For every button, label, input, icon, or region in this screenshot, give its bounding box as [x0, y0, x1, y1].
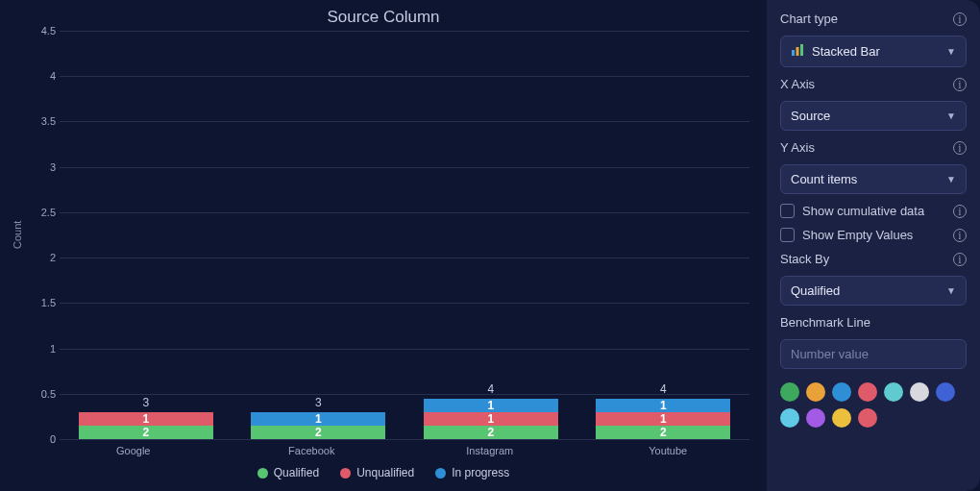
chart-area: Source Column Count 00.511.522.533.544.5… — [0, 0, 767, 491]
y-axis-value: Count items — [791, 172, 857, 186]
benchmark-input[interactable] — [780, 339, 967, 369]
stacked-bar: 21 — [251, 412, 385, 439]
y-axis-label: Count — [10, 31, 25, 439]
stack-by-value: Qualified — [791, 283, 840, 298]
y-tick: 0 — [29, 433, 56, 445]
legend-swatch — [435, 468, 446, 479]
benchmark-label: Benchmark Line — [780, 315, 967, 330]
bar-segment: 2 — [251, 426, 385, 439]
bar-segment: 2 — [596, 426, 730, 439]
bar-segment: 1 — [251, 412, 385, 426]
chevron-down-icon: ▼ — [946, 285, 956, 296]
bar-total-label: 4 — [660, 382, 667, 396]
info-icon[interactable]: i — [953, 229, 967, 242]
bar-column: 321 — [60, 396, 233, 439]
legend-label: Unqualified — [356, 466, 414, 479]
y-tick: 4.5 — [29, 25, 56, 37]
bar-chart-icon — [791, 43, 804, 60]
bar-column: 4211 — [577, 382, 750, 439]
bar-total-label: 4 — [487, 382, 494, 396]
stack-by-label: Stack By — [780, 252, 829, 266]
x-axis-ticks: GoogleFacebookInstagramYoutube — [44, 445, 757, 456]
chevron-down-icon: ▼ — [946, 174, 956, 184]
x-tick: Google — [44, 445, 223, 456]
y-tick: 4 — [29, 70, 56, 82]
chevron-down-icon: ▼ — [946, 110, 956, 121]
bar-segment: 2 — [79, 426, 213, 439]
bar-segment: 1 — [424, 412, 558, 426]
color-swatch[interactable] — [832, 382, 851, 402]
legend-swatch — [257, 468, 268, 479]
chart-title: Source Column — [10, 8, 757, 27]
show-empty-label: Show Empty Values — [802, 228, 913, 242]
x-axis-value: Source — [791, 109, 830, 123]
x-tick: Facebook — [223, 445, 402, 456]
bar-column: 321 — [233, 396, 405, 439]
bar-segment: 1 — [596, 412, 730, 426]
color-swatch[interactable] — [884, 382, 903, 402]
bar-segment: 1 — [424, 399, 558, 412]
bar-total-label: 3 — [142, 396, 149, 409]
bar-column: 4211 — [404, 382, 577, 439]
show-empty-checkbox[interactable] — [780, 228, 795, 242]
x-axis-select[interactable]: Source ▼ — [780, 101, 967, 131]
stacked-bar: 211 — [596, 399, 730, 439]
bar-total-label: 3 — [315, 396, 322, 409]
color-swatch[interactable] — [780, 408, 799, 428]
chart-type-select[interactable]: Stacked Bar ▼ — [780, 36, 967, 67]
chart-type-value: Stacked Bar — [812, 44, 880, 59]
color-swatch[interactable] — [858, 382, 877, 402]
legend-label: Qualified — [274, 466, 319, 479]
bar-segment: 1 — [596, 399, 730, 412]
x-axis-label: X Axis — [780, 77, 815, 91]
y-tick: 3.5 — [29, 115, 56, 127]
y-axis-label-side: Y Axis — [780, 140, 815, 155]
x-tick: Instagram — [401, 445, 579, 456]
info-icon[interactable]: i — [953, 253, 967, 266]
info-icon[interactable]: i — [953, 205, 967, 218]
color-swatch[interactable] — [832, 408, 851, 428]
legend-label: In progress — [452, 466, 509, 479]
bars-row: 32132142114211 — [60, 31, 749, 439]
y-tick: 0.5 — [29, 388, 56, 400]
info-icon[interactable]: i — [953, 78, 967, 91]
show-cumulative-checkbox[interactable] — [780, 204, 795, 218]
bar-segment: 1 — [79, 412, 213, 426]
color-swatch[interactable] — [806, 382, 825, 402]
y-axis-select[interactable]: Count items ▼ — [780, 164, 967, 194]
svg-rect-1 — [796, 47, 799, 56]
y-tick: 2 — [29, 252, 56, 263]
info-icon[interactable]: i — [953, 141, 967, 155]
settings-sidebar: Chart type i Stacked Bar ▼ X Axis i Sour… — [767, 0, 980, 491]
plot: 00.511.522.533.544.532132142114211 — [29, 31, 757, 439]
legend-item[interactable]: In progress — [435, 466, 509, 479]
info-icon[interactable]: i — [953, 12, 967, 26]
legend-item[interactable]: Unqualified — [340, 466, 414, 479]
color-palette — [780, 382, 967, 428]
x-tick: Youtube — [579, 445, 758, 456]
show-cumulative-label: Show cumulative data — [802, 204, 924, 218]
y-tick: 2.5 — [29, 207, 56, 218]
svg-rect-0 — [792, 50, 795, 56]
legend-item[interactable]: Qualified — [257, 466, 319, 479]
color-swatch[interactable] — [780, 382, 799, 402]
svg-rect-2 — [800, 44, 803, 56]
color-swatch[interactable] — [910, 382, 929, 402]
legend: QualifiedUnqualifiedIn progress — [10, 466, 757, 479]
y-tick: 1.5 — [29, 297, 56, 308]
y-tick: 3 — [29, 161, 56, 173]
legend-swatch — [340, 468, 351, 479]
chevron-down-icon: ▼ — [946, 46, 956, 57]
color-swatch[interactable] — [936, 382, 955, 402]
color-swatch[interactable] — [858, 408, 877, 428]
bar-segment: 2 — [424, 426, 558, 439]
stacked-bar: 211 — [424, 399, 558, 439]
chart-type-label: Chart type — [780, 12, 838, 26]
stacked-bar: 21 — [79, 412, 213, 439]
plot-wrap: Count 00.511.522.533.544.532132142114211 — [10, 31, 757, 439]
gridline — [60, 439, 749, 440]
stack-by-select[interactable]: Qualified ▼ — [780, 276, 967, 306]
y-tick: 1 — [29, 343, 56, 355]
color-swatch[interactable] — [806, 408, 825, 428]
